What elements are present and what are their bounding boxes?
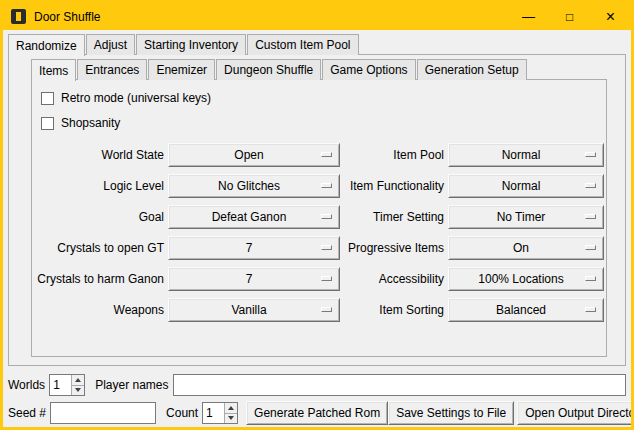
retro-mode-checkbox[interactable] bbox=[41, 92, 54, 105]
window-title: Door Shuffle bbox=[34, 10, 101, 24]
dropdown-value: On bbox=[513, 241, 539, 255]
arrow-down-icon bbox=[75, 388, 81, 392]
dropdown-value: 100% Locations bbox=[478, 272, 573, 286]
dropdown-value: Vanilla bbox=[231, 303, 276, 317]
accessibility-label: Accessibility bbox=[344, 272, 444, 286]
spin-down-button[interactable] bbox=[224, 413, 237, 424]
count-spin-arrows bbox=[224, 403, 237, 423]
dropdown-indicator-icon bbox=[321, 276, 332, 281]
timer-setting-label: Timer Setting bbox=[344, 210, 444, 224]
dropdown-indicator-icon bbox=[585, 183, 596, 188]
item-sorting-dropdown[interactable]: Balanced bbox=[448, 298, 604, 322]
dropdown-indicator-icon bbox=[585, 152, 596, 157]
dropdown-indicator-icon bbox=[585, 245, 596, 250]
seed-row: Seed # Count Generate Patched Rom Save S… bbox=[8, 401, 626, 425]
titlebar: Door Shuffle — □ × bbox=[3, 3, 631, 30]
weapons-dropdown[interactable]: Vanilla bbox=[168, 298, 340, 322]
player-names-input[interactable] bbox=[173, 374, 627, 396]
dropdown-value: Normal bbox=[502, 148, 551, 162]
dropdown-indicator-icon bbox=[321, 183, 332, 188]
window: Door Shuffle — □ × Randomize Adjust Star… bbox=[0, 0, 634, 430]
dropdown-value: 7 bbox=[246, 272, 263, 286]
sub-tab-generation-setup[interactable]: Generation Setup bbox=[417, 59, 527, 80]
arrow-down-icon bbox=[228, 416, 234, 420]
dropdown-indicator-icon bbox=[585, 307, 596, 312]
open-output-button[interactable]: Open Output Directory bbox=[517, 401, 634, 425]
dropdown-value: Defeat Ganon bbox=[212, 210, 297, 224]
item-functionality-dropdown[interactable]: Normal bbox=[448, 174, 604, 198]
dropdown-indicator-icon bbox=[321, 214, 332, 219]
items-tab-panel: Retro mode (universal keys) Shopsanity W… bbox=[31, 79, 607, 357]
main-tab-randomize[interactable]: Randomize bbox=[8, 34, 85, 56]
count-input[interactable] bbox=[203, 403, 224, 423]
count-label: Count bbox=[166, 406, 198, 420]
seed-input[interactable] bbox=[50, 402, 156, 424]
world-state-label: World State bbox=[38, 148, 164, 162]
goal-dropdown[interactable]: Defeat Ganon bbox=[168, 205, 340, 229]
shopsanity-label: Shopsanity bbox=[61, 116, 120, 130]
window-controls: — □ × bbox=[508, 3, 631, 30]
worlds-input[interactable] bbox=[50, 375, 71, 395]
retro-mode-label: Retro mode (universal keys) bbox=[61, 91, 211, 105]
main-tab-adjust[interactable]: Adjust bbox=[86, 34, 135, 55]
timer-setting-dropdown[interactable]: No Timer bbox=[448, 205, 604, 229]
worlds-label: Worlds bbox=[8, 378, 45, 392]
sub-tab-game-options[interactable]: Game Options bbox=[322, 59, 415, 80]
main-tab-bar: Randomize Adjust Starting Inventory Cust… bbox=[8, 34, 631, 55]
shopsanity-row: Shopsanity bbox=[32, 116, 606, 130]
world-state-dropdown[interactable]: Open bbox=[168, 143, 340, 167]
dropdown-value: Balanced bbox=[496, 303, 556, 317]
crystals-open-gt-label: Crystals to open GT bbox=[38, 241, 164, 255]
dropdown-value: No Timer bbox=[497, 210, 556, 224]
item-pool-dropdown[interactable]: Normal bbox=[448, 143, 604, 167]
worlds-row: Worlds Player names bbox=[8, 374, 626, 396]
main-tab-custom-item-pool[interactable]: Custom Item Pool bbox=[247, 34, 358, 55]
item-sorting-label: Item Sorting bbox=[344, 303, 444, 317]
main-tab-starting-inventory[interactable]: Starting Inventory bbox=[136, 34, 246, 55]
worlds-spinbox bbox=[49, 374, 85, 396]
sub-tab-bar: Items Entrances Enemizer Dungeon Shuffle… bbox=[31, 59, 625, 80]
dropdown-indicator-icon bbox=[585, 276, 596, 281]
logic-level-label: Logic Level bbox=[38, 179, 164, 193]
item-pool-label: Item Pool bbox=[344, 148, 444, 162]
save-settings-button[interactable]: Save Settings to File bbox=[388, 401, 514, 425]
arrow-up-icon bbox=[228, 406, 234, 410]
spin-up-button[interactable] bbox=[224, 403, 237, 413]
logic-level-dropdown[interactable]: No Glitches bbox=[168, 174, 340, 198]
sub-tab-entrances[interactable]: Entrances bbox=[77, 59, 147, 80]
randomize-tab-panel: Items Entrances Enemizer Dungeon Shuffle… bbox=[8, 54, 626, 366]
seed-label: Seed # bbox=[8, 406, 46, 420]
dropdown-value: Open bbox=[234, 148, 273, 162]
dropdown-indicator-icon bbox=[321, 307, 332, 312]
crystals-open-gt-dropdown[interactable]: 7 bbox=[168, 236, 340, 260]
sub-tab-items[interactable]: Items bbox=[31, 59, 76, 81]
dropdown-indicator-icon bbox=[321, 152, 332, 157]
progressive-items-label: Progressive Items bbox=[344, 241, 444, 255]
shopsanity-checkbox[interactable] bbox=[41, 117, 54, 130]
dropdown-value: Normal bbox=[502, 179, 551, 193]
worlds-spin-arrows bbox=[71, 375, 84, 395]
spin-up-button[interactable] bbox=[71, 375, 84, 385]
maximize-button[interactable]: □ bbox=[549, 3, 590, 30]
arrow-up-icon bbox=[75, 378, 81, 382]
count-spinbox bbox=[202, 402, 238, 424]
crystals-harm-ganon-dropdown[interactable]: 7 bbox=[168, 267, 340, 291]
dropdown-value: 7 bbox=[246, 241, 263, 255]
weapons-label: Weapons bbox=[38, 303, 164, 317]
settings-grid: World State Open Item Pool Normal Logic … bbox=[32, 130, 606, 322]
dropdown-indicator-icon bbox=[585, 214, 596, 219]
accessibility-dropdown[interactable]: 100% Locations bbox=[448, 267, 604, 291]
generate-button[interactable]: Generate Patched Rom bbox=[246, 401, 388, 425]
close-button[interactable]: × bbox=[590, 3, 631, 30]
app-icon bbox=[11, 9, 26, 24]
sub-tab-dungeon-shuffle[interactable]: Dungeon Shuffle bbox=[216, 59, 321, 80]
minimize-button[interactable]: — bbox=[508, 3, 549, 30]
player-names-label: Player names bbox=[95, 378, 168, 392]
sub-tab-enemizer[interactable]: Enemizer bbox=[148, 59, 215, 80]
spin-down-button[interactable] bbox=[71, 385, 84, 396]
dropdown-indicator-icon bbox=[321, 245, 332, 250]
goal-label: Goal bbox=[38, 210, 164, 224]
retro-mode-row: Retro mode (universal keys) bbox=[32, 91, 606, 105]
dropdown-value: No Glitches bbox=[218, 179, 290, 193]
progressive-items-dropdown[interactable]: On bbox=[448, 236, 604, 260]
